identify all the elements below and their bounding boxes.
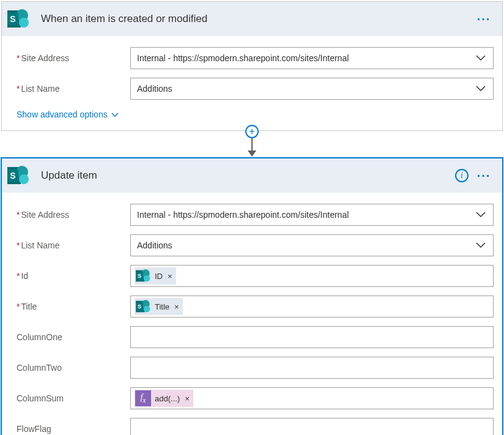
list-name-field[interactable]: Additions [130,78,494,100]
action-header[interactable]: Update item i ··· [2,158,502,193]
ellipsis-icon: ··· [477,13,491,25]
fx-icon: fx [135,390,151,406]
flowflag-label: FlowFlag [10,424,130,434]
flowflag-field[interactable] [130,418,494,435]
arrow-down-icon [248,151,256,157]
sharepoint-icon [135,268,151,284]
chevron-down-icon[interactable] [472,86,489,92]
columntwo-row: ColumnTwo [10,357,494,379]
columnsum-field[interactable]: fx add(...) × [130,387,494,409]
list-name-label: List Name [10,240,130,250]
id-label: Id [10,271,130,281]
remove-token-button[interactable]: × [173,302,183,311]
title-token[interactable]: Title × [135,298,183,315]
id-token[interactable]: ID × [135,267,176,284]
show-advanced-label: Show advanced options [17,110,108,119]
remove-token-button[interactable]: × [183,394,193,403]
ellipsis-icon: ··· [477,169,491,182]
site-address-label: Site Address [10,210,130,220]
remove-token-button[interactable]: × [166,272,176,281]
columntwo-label: ColumnTwo [10,363,130,373]
trigger-card: When an item is created or modified ··· … [1,1,503,131]
info-button[interactable]: i [451,165,473,187]
sharepoint-icon [2,159,35,192]
list-name-label: List Name [10,84,130,94]
list-name-value: Additions [135,84,472,94]
trigger-body: Site Address Internal - https://spmodern… [2,36,502,130]
columntwo-field[interactable] [130,357,494,379]
site-address-row: Site Address Internal - https://spmodern… [10,47,494,69]
trigger-menu-button[interactable]: ··· [473,8,495,30]
action-card: Update item i ··· Site Address Internal … [1,158,503,435]
site-address-label: Site Address [10,53,130,63]
trigger-title: When an item is created or modified [35,13,473,25]
chevron-down-icon[interactable] [472,212,489,218]
show-advanced-link[interactable]: Show advanced options [10,108,125,123]
sharepoint-icon [135,299,151,314]
list-name-field[interactable]: Additions [130,234,494,256]
chevron-down-icon [111,110,119,119]
columnsum-label: ColumnSum [10,393,130,403]
columnone-label: ColumnOne [10,332,130,342]
title-token-label: Title [151,302,173,311]
list-name-row: List Name Additions [10,78,494,100]
title-row: Title Title × [10,296,494,318]
site-address-field[interactable]: Internal - https://spmodern.sharepoint.c… [130,204,494,226]
columnone-row: ColumnOne [10,326,494,348]
site-address-value: Internal - https://spmodern.sharepoint.c… [135,210,472,220]
sharepoint-icon [2,2,35,35]
add-step-button[interactable]: + [245,125,259,138]
chevron-down-icon[interactable] [472,242,489,248]
action-menu-button[interactable]: ··· [473,165,495,187]
info-icon: i [455,169,469,182]
columnone-field[interactable] [130,326,494,348]
list-name-row: List Name Additions [10,234,494,256]
columnsum-row: ColumnSum fx add(...) × [10,387,494,409]
flowflag-row: FlowFlag [10,418,494,435]
site-address-value: Internal - https://spmodern.sharepoint.c… [135,53,472,63]
id-token-label: ID [151,272,166,281]
expression-token[interactable]: fx add(...) × [135,390,193,407]
id-field[interactable]: ID × [130,265,494,287]
title-label: Title [10,302,130,311]
chevron-down-icon[interactable] [472,55,489,61]
title-field[interactable]: Title × [130,296,494,318]
action-body: Site Address Internal - https://spmodern… [2,193,502,435]
action-title: Update item [35,169,451,182]
trigger-header[interactable]: When an item is created or modified ··· [2,2,502,36]
connector: + [0,131,504,157]
expression-token-label: add(...) [151,394,183,403]
site-address-field[interactable]: Internal - https://spmodern.sharepoint.c… [130,47,494,69]
list-name-value: Additions [135,240,472,250]
id-row: Id ID × [10,265,494,287]
site-address-row: Site Address Internal - https://spmodern… [10,204,494,226]
